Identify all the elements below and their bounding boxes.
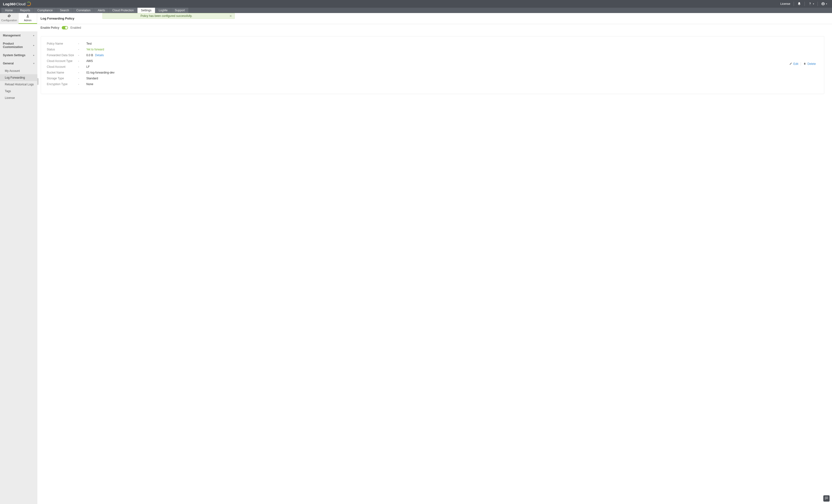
detail-row: Storage Type - Standard (47, 76, 787, 81)
logo[interactable]: Log360 Cloud (3, 2, 31, 6)
detail-row: Policy Name - Test (47, 41, 787, 47)
sidebar-item-license[interactable]: License (0, 95, 37, 101)
license-link[interactable]: License (778, 1, 792, 6)
policy-details: Policy Name - Test Status - Yet to forwa… (47, 41, 787, 87)
sidebar-group-label: General (3, 62, 14, 65)
chat-fab[interactable] (823, 495, 830, 502)
sidebar-group-product-customization[interactable]: Product Customization ▸ (0, 39, 37, 51)
edit-button[interactable]: Edit (787, 62, 801, 66)
close-icon[interactable]: ✕ (229, 14, 232, 18)
admin-user-icon (19, 14, 37, 18)
delete-label: Delete (807, 62, 816, 65)
detail-value: 01-log-forwarding-dev (86, 71, 114, 74)
page-title: Log Forwarding Policy (41, 17, 74, 20)
gear-icon (0, 14, 18, 18)
sidebar-group-label: Management (3, 34, 21, 37)
topbar: Log360 Cloud License ▾ ▾ (0, 0, 832, 8)
trash-icon (803, 62, 806, 66)
detail-key: Cloud Account (47, 65, 78, 69)
detail-value: Yet to forward (86, 48, 104, 51)
detail-key: Encryption Type (47, 82, 78, 86)
subtabs-row: Configuration Admin Log Forwarding Polic… (0, 13, 832, 24)
sidebar-group-management[interactable]: Management ▸ (0, 31, 37, 39)
sidebar-resize-handle[interactable] (37, 78, 38, 85)
policy-card: Policy Name - Test Status - Yet to forwa… (41, 36, 824, 94)
detail-row: Status - Yet to forward (47, 47, 787, 52)
sidebar-group-general[interactable]: General ▾ (0, 59, 37, 68)
sidebar-item-log-forwarding[interactable]: Log Forwarding (0, 74, 37, 81)
detail-key: Policy Name (47, 42, 78, 45)
subtab-configuration[interactable]: Configuration (0, 13, 19, 24)
sidebar-group-system-settings[interactable]: System Settings ▸ (0, 51, 37, 59)
bell-icon[interactable] (795, 1, 803, 6)
chevron-right-icon: ▸ (33, 44, 34, 47)
tab-settings[interactable]: Settings (137, 8, 155, 13)
card-actions: Edit Delete (787, 41, 818, 87)
detail-key: Forwarded Data Size (47, 54, 78, 57)
detail-key: Cloud Account Type (47, 59, 78, 63)
tab-home[interactable]: Home (1, 8, 17, 13)
help-icon[interactable]: ▾ (806, 1, 816, 6)
notification-text: Policy has been configured successfully. (140, 14, 192, 18)
enable-policy-label: Enable Policy (41, 26, 59, 29)
logo-bold: Log360 (3, 2, 16, 6)
tab-support[interactable]: Support (171, 8, 189, 13)
svg-point-1 (823, 3, 824, 4)
detail-value: Test (86, 42, 92, 45)
chat-icon (825, 496, 828, 501)
subtab-label: Admin (24, 19, 31, 22)
chevron-right-icon: ▸ (33, 54, 34, 56)
user-avatar-icon[interactable]: ▾ (819, 1, 829, 6)
sidebar-group-label: Product Customization (3, 42, 33, 49)
topbar-divider (794, 2, 794, 6)
chevron-down-icon: ▾ (33, 62, 34, 64)
chevron-right-icon: ▸ (33, 34, 34, 37)
detail-key: Bucket Name (47, 71, 78, 74)
navtabs: Home Reports Compliance Search Correlati… (0, 8, 832, 13)
enable-policy-state: Enabled (71, 26, 81, 29)
detail-key: Storage Type (47, 77, 78, 80)
subtab-admin[interactable]: Admin (19, 13, 37, 24)
sidebar-group-label: System Settings (3, 54, 25, 57)
tab-compliance[interactable]: Compliance (34, 8, 56, 13)
tab-logme[interactable]: LogMe (155, 8, 171, 13)
detail-value: LF (86, 65, 90, 69)
detail-value: AWS (86, 59, 93, 63)
svg-point-2 (27, 15, 28, 16)
tab-reports[interactable]: Reports (17, 8, 34, 13)
tab-correlation[interactable]: Correlation (73, 8, 94, 13)
subtab-label: Configuration (1, 19, 17, 22)
detail-row: Cloud Account Type - AWS (47, 58, 787, 64)
enable-policy-toggle[interactable] (62, 26, 68, 29)
tab-cloud-protection[interactable]: Cloud Protection (109, 8, 137, 13)
detail-row: Encryption Type - None (47, 81, 787, 87)
tab-search[interactable]: Search (56, 8, 73, 13)
detail-key: Status (47, 48, 78, 51)
logo-swirl-icon (27, 2, 31, 6)
topbar-right: License ▾ ▾ (778, 1, 829, 6)
delete-button[interactable]: Delete (801, 62, 818, 66)
detail-value: Standard (86, 77, 98, 80)
sidebar-item-my-account[interactable]: My Account (0, 68, 37, 74)
tab-alerts[interactable]: Alerts (94, 8, 109, 13)
detail-value: None (86, 82, 93, 86)
logo-thin: Cloud (16, 2, 26, 6)
details-link[interactable]: Details (95, 54, 104, 57)
edit-label: Edit (794, 62, 799, 65)
pencil-icon (789, 62, 792, 66)
enable-policy-row: Enable Policy Enabled (0, 24, 832, 31)
sidebar-item-reload-historical-logs[interactable]: Reload Historical Logs (0, 81, 37, 88)
detail-row: Forwarded Data Size - 0.0 B Details (47, 52, 787, 58)
detail-value: 0.0 B (86, 54, 93, 57)
detail-row: Bucket Name - 01-log-forwarding-dev (47, 70, 787, 76)
detail-row: Cloud Account - LF (47, 64, 787, 70)
notification-banner: Policy has been configured successfully.… (103, 13, 235, 19)
topbar-divider (817, 2, 818, 6)
chevron-down-icon: ▾ (826, 3, 827, 5)
sidebar: Management ▸ Product Customization ▸ Sys… (0, 31, 37, 504)
sidebar-item-tags[interactable]: Tags (0, 88, 37, 95)
chevron-down-icon: ▾ (813, 3, 814, 5)
content: Policy Name - Test Status - Yet to forwa… (37, 31, 832, 504)
